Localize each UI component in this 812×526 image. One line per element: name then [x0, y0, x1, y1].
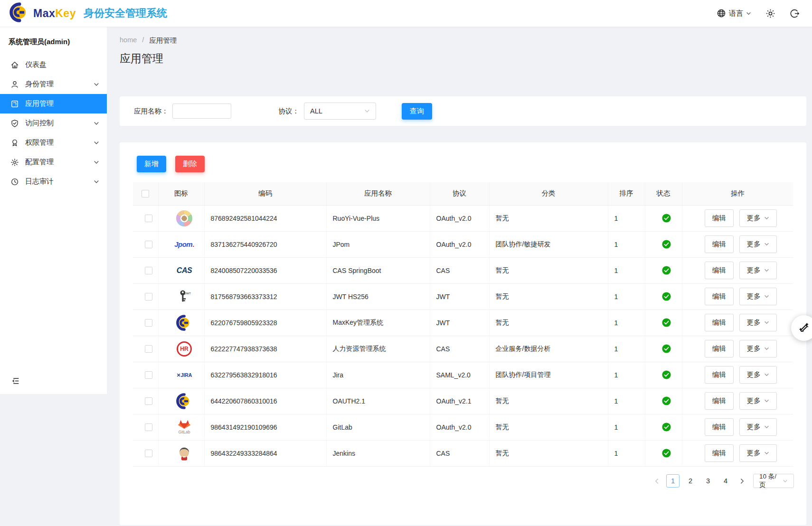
chevron-down-icon [94, 121, 99, 126]
app-name: CAS SpringBoot [326, 257, 430, 283]
app-sort: 1 [608, 283, 645, 310]
row-checkbox[interactable] [145, 267, 152, 274]
chevron-down-icon [764, 216, 769, 221]
row-checkbox[interactable] [145, 423, 152, 431]
more-button[interactable]: 更多 [739, 235, 777, 253]
logout-button[interactable] [790, 9, 800, 19]
row-checkbox[interactable] [145, 371, 152, 379]
more-button[interactable]: 更多 [739, 288, 777, 305]
app-category: 暂无 [489, 310, 608, 336]
app-code: 817568793663373312 [204, 283, 326, 310]
row-checkbox[interactable] [145, 293, 152, 301]
more-button[interactable]: 更多 [739, 418, 777, 436]
edit-button[interactable]: 编辑 [705, 314, 734, 331]
sidebar-item-audit[interactable]: 日志审计 [0, 172, 107, 191]
select-all-header [133, 182, 158, 205]
app-name: Jenkins [326, 440, 430, 466]
chevron-down-icon [764, 424, 769, 430]
app-code: 622227747938373638 [204, 336, 326, 362]
column-header: 编码 [204, 182, 326, 205]
app-protocol: JWT [430, 310, 489, 336]
more-button[interactable]: 更多 [739, 209, 777, 227]
row-checkbox[interactable] [145, 397, 152, 405]
app-protocol: OAuth_v2.1 [430, 388, 489, 414]
page-number-3[interactable]: 3 [701, 474, 715, 488]
app-name: OAUTH2.1 [326, 388, 430, 414]
sidebar-item-dashboard[interactable]: 仪表盘 [0, 55, 107, 75]
edit-button[interactable]: 编辑 [705, 392, 734, 410]
app-logo-icon: ✕JIRA [174, 365, 195, 385]
edit-button[interactable]: 编辑 [705, 209, 734, 227]
row-checkbox[interactable] [145, 215, 152, 222]
select-all-checkbox[interactable] [142, 190, 149, 197]
page-size-value: 10 条/页 [759, 472, 783, 489]
column-header: 图标 [158, 182, 204, 205]
breadcrumb-home-link[interactable]: home [120, 36, 137, 45]
page-number-4[interactable]: 4 [719, 474, 732, 488]
sidebar-item-permission[interactable]: 权限管理 [0, 133, 107, 152]
edit-button[interactable]: 编辑 [705, 262, 734, 279]
header-actions: 语言 [717, 9, 800, 19]
app-logo-icon [174, 443, 195, 463]
app-logo-icon [174, 208, 195, 228]
identity-icon [10, 80, 19, 89]
delete-button[interactable]: 删除 [175, 156, 205, 172]
next-page-button[interactable] [736, 478, 747, 484]
row-checkbox[interactable] [145, 319, 152, 327]
breadcrumb-current: 应用管理 [149, 36, 177, 45]
status-enabled-icon [662, 396, 671, 405]
audit-icon [10, 178, 19, 186]
more-button[interactable]: 更多 [739, 444, 777, 462]
app-protocol: OAuth_v2.0 [430, 205, 489, 231]
protocol-select[interactable]: ALL [304, 103, 376, 120]
app-name-filter-input[interactable] [172, 103, 231, 119]
more-button[interactable]: 更多 [739, 366, 777, 384]
chevron-down-icon [94, 140, 99, 146]
sidebar-item-identity[interactable]: 身份管理 [0, 75, 107, 94]
app-protocol: OAuth_v2.0 [430, 414, 489, 440]
column-header: 状态 [645, 182, 682, 205]
language-label: 语言 [729, 9, 743, 18]
app-category: 团队协作/敏捷研发 [489, 231, 608, 257]
edit-button[interactable]: 编辑 [705, 340, 734, 357]
edit-button[interactable]: 编辑 [705, 288, 734, 305]
page-number-1[interactable]: 1 [666, 474, 680, 488]
add-button[interactable]: 新增 [137, 156, 166, 172]
chevron-down-icon [94, 82, 99, 87]
app-name: JPom [326, 231, 430, 257]
menu-fold-icon[interactable] [11, 376, 20, 387]
sidebar-item-config[interactable]: 配置管理 [0, 152, 107, 172]
row-checkbox[interactable] [145, 345, 152, 353]
edit-button[interactable]: 编辑 [705, 366, 734, 384]
sidebar-item-access[interactable]: 访问控制 [0, 113, 107, 133]
row-checkbox[interactable] [145, 450, 152, 457]
brand-name-primary: Max [33, 7, 55, 19]
brand-name-secondary: Key [55, 7, 76, 19]
brand-subtitle: 身份安全管理系统 [84, 6, 167, 20]
app-header: MaxKey 身份安全管理系统 语言 [0, 0, 812, 27]
page-number-2[interactable]: 2 [684, 474, 697, 488]
table-row: ✕JIRA 632279563832918016 Jira SAML_v2.0 … [133, 362, 793, 388]
edit-button[interactable]: 编辑 [705, 235, 734, 253]
language-switcher[interactable]: 语言 [717, 9, 751, 18]
magic-wand-icon [798, 322, 810, 334]
app-category: 暂无 [489, 205, 608, 231]
app-category: 企业服务/数据分析 [489, 336, 608, 362]
edit-button[interactable]: 编辑 [705, 444, 734, 462]
prev-page-button[interactable] [651, 478, 662, 484]
settings-button[interactable] [765, 9, 775, 19]
search-button[interactable]: 查询 [402, 103, 432, 120]
row-checkbox[interactable] [145, 241, 152, 248]
table-row: CAS 824008507220033536 CAS SpringBoot CA… [133, 257, 793, 283]
more-button[interactable]: 更多 [739, 262, 777, 279]
dashboard-icon [10, 61, 19, 69]
edit-button[interactable]: 编辑 [705, 418, 734, 436]
more-button[interactable]: 更多 [739, 314, 777, 331]
page-title: 应用管理 [120, 51, 163, 66]
app-protocol: CAS [430, 257, 489, 283]
app-category: 暂无 [489, 257, 608, 283]
more-button[interactable]: 更多 [739, 340, 777, 357]
page-size-select[interactable]: 10 条/页 [753, 474, 794, 488]
sidebar-item-apps[interactable]: 应用管理 [0, 94, 107, 113]
more-button[interactable]: 更多 [739, 392, 777, 410]
